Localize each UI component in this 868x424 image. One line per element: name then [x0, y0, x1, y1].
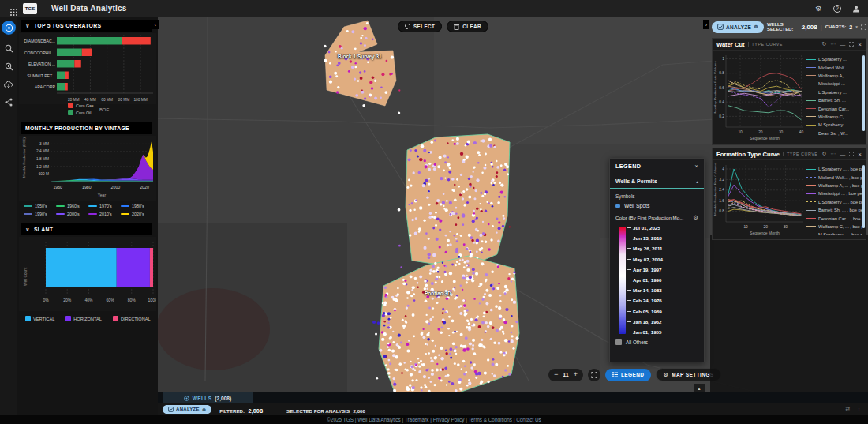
water-cut-header: Water Cut TYPE CURVE ↻ ⋯ — × — [713, 39, 866, 51]
legend-item: 1950's — [24, 204, 56, 208]
selected-for-analysis-label: SELECTED FOR ANALYSIS — [286, 408, 350, 414]
map-zoom-control: − 11 + — [548, 369, 583, 381]
zoom-search-icon[interactable] — [5, 62, 13, 71]
fullscreen-button[interactable] — [588, 369, 600, 381]
svg-text:Monthly Production Rate / Volu: Monthly Production Rate / Volume — [713, 163, 717, 216]
legend-item: 1990's — [24, 212, 56, 216]
svg-text:1.6: 1.6 — [719, 199, 724, 203]
svg-text:100 MM: 100 MM — [133, 98, 147, 102]
search-icon[interactable] — [5, 44, 13, 53]
expand-icon[interactable] — [849, 152, 854, 156]
collapse-panel-icon[interactable]: ⇄ — [845, 406, 850, 412]
profile-icon[interactable] — [852, 5, 860, 13]
slant-legend: VERTICALHORIZONTALDIRECTIONAL — [25, 316, 151, 321]
bottom-tabs-strip: WELLS (2,008) — [158, 392, 868, 403]
gear-icon[interactable]: ⚙ — [693, 214, 698, 221]
charts-dropdown-caret[interactable]: ▾ — [855, 24, 858, 29]
svg-text:SUMMIT PET...: SUMMIT PET... — [27, 73, 55, 78]
color-scale-date: May 07, 2004 — [627, 257, 663, 262]
cloud-download-icon[interactable] — [4, 81, 13, 88]
wells-permits-section[interactable]: Wells & Permits ▴ — [610, 174, 704, 189]
operators-section-header[interactable]: ∨ TOP 5 TGS OPERATORS — [21, 20, 152, 32]
expand-icon[interactable] — [849, 42, 854, 47]
refresh-icon[interactable]: ↻ — [821, 41, 826, 47]
svg-text:0.2: 0.2 — [719, 114, 724, 118]
legend-list-icon — [612, 372, 618, 377]
color-scale-date: Jul 01, 2025 — [627, 225, 660, 231]
left-icon-rail — [0, 17, 17, 415]
filtered-value: 2,008 — [249, 407, 264, 415]
footer-text: ©2025 TGS | Well Data Analytics | Tradem… — [327, 417, 541, 422]
color-scale-date: Mar 14, 1983 — [627, 287, 662, 293]
map-select-button[interactable]: SELECT — [398, 21, 442, 32]
minimize-icon[interactable]: — — [840, 152, 845, 157]
water-cut-card: Water Cut TYPE CURVE ↻ ⋯ — × 0.20.40.60.… — [712, 38, 866, 145]
settings-gear-icon[interactable]: ⚙ — [815, 5, 822, 13]
more-icon[interactable]: ⋯ — [830, 41, 836, 47]
vintage-section-header[interactable]: MONTHLY PRODUCTION BY VINTAGE — [21, 122, 152, 134]
slant-section-header[interactable]: ∨ SLANT — [21, 223, 152, 235]
share-icon[interactable] — [5, 98, 13, 107]
map-panel-collapse-button[interactable]: ▴ — [694, 384, 705, 392]
legend-scrollbar[interactable] — [862, 165, 865, 228]
svg-text:0.8: 0.8 — [719, 209, 724, 213]
water-cut-legend: L Spraberry ...Midland Wolf...Wolfcamp A… — [806, 51, 866, 140]
svg-text:10: 10 — [738, 130, 743, 134]
color-scale-date: Jun 13, 2018 — [627, 235, 662, 241]
svg-text:DIAMONDBAC...: DIAMONDBAC... — [24, 39, 56, 43]
close-icon[interactable]: × — [858, 41, 862, 48]
zoom-out-button[interactable]: − — [554, 371, 558, 378]
formation-header: Formation Type Curve TYPE CURVE ↻ ⋯ — × — [713, 148, 866, 160]
fullscreen-icon — [591, 372, 597, 378]
formation-chart: 0.81.62.43.24102030Sequence MonthMonthly… — [713, 160, 806, 239]
legend-item: L Spraberry ... , boe per ft — [806, 165, 866, 173]
right-panel-collapse-arrow[interactable]: › — [703, 20, 709, 29]
more-icon[interactable]: ⋯ — [830, 151, 836, 157]
color-gradient-bar — [619, 227, 626, 334]
expand-icon[interactable] — [861, 24, 866, 30]
analysis-toolbar: ANALYZE ⊕ WELLS SELECTED: 2,008 | CHARTS… — [712, 20, 866, 34]
minimize-icon[interactable]: — — [840, 42, 845, 47]
svg-text:30: 30 — [779, 130, 784, 134]
svg-text:0.6: 0.6 — [719, 86, 724, 90]
legend-item: Devonian Car... — [806, 104, 866, 112]
analyze-button[interactable]: ANALYZE ⊕ — [712, 21, 764, 33]
legend-scrollbar[interactable] — [862, 55, 865, 131]
tgs-logo: TGS — [23, 3, 37, 14]
legend-item: Wolfcamp C, ... , boe per ft — [806, 223, 866, 231]
apps-grid-icon[interactable] — [6, 5, 13, 12]
legend-item: VERTICAL — [25, 316, 54, 321]
type-curve-tag: TYPE CURVE — [748, 42, 783, 47]
close-icon[interactable]: × — [694, 163, 698, 170]
charts-label: CHARTS: — [825, 24, 847, 29]
color-scale-date: Jan 01, 1955 — [627, 329, 661, 335]
legend-item: Mississippi ... — [806, 80, 866, 88]
top-header: TGS Well Data Analytics ⚙ ? — [0, 0, 868, 17]
zoom-in-button[interactable]: + — [574, 371, 578, 378]
svg-text:1960: 1960 — [53, 185, 62, 189]
color-scale-date: Jan 18, 1962 — [627, 319, 661, 325]
svg-text:4: 4 — [722, 167, 724, 171]
svg-text:1.8 MM: 1.8 MM — [36, 157, 49, 161]
legend-item: 2010's — [88, 212, 121, 216]
map-survey-label: Pontiac 3D — [425, 291, 451, 296]
svg-text:CONOCOPHIL...: CONOCOPHIL... — [24, 51, 55, 55]
close-icon[interactable]: × — [858, 151, 862, 158]
map-legend-button[interactable]: LEGEND — [605, 369, 652, 381]
more-vertical-icon[interactable]: ⋮ — [856, 406, 862, 412]
svg-text:0.8: 0.8 — [719, 71, 724, 75]
help-icon[interactable]: ? — [833, 5, 841, 13]
footer: ©2025 TGS | Well Data Analytics | Tradem… — [0, 415, 868, 424]
refresh-icon[interactable]: ↻ — [821, 151, 826, 157]
left-panel-collapse-arrow[interactable]: ‹ — [152, 20, 159, 29]
water-cut-chart: 0.20.40.60.8110203040Sequence MonthMonth… — [713, 51, 806, 144]
map-clear-button[interactable]: CLEAR — [447, 21, 488, 32]
wells-dashboard-icon[interactable] — [2, 21, 16, 35]
app-title: Well Data Analytics — [51, 4, 127, 13]
svg-text:3 MM: 3 MM — [39, 142, 49, 146]
legend-item: All Others — [806, 137, 866, 140]
bottom-action-bar: ANALYZE ⊕ FILTERED: 2,008 SELECTED FOR A… — [158, 403, 868, 415]
map-survey-label: Block 1 Survey 31 — [338, 54, 382, 59]
chevron-down-icon: ∨ — [25, 227, 30, 233]
analyze-button[interactable]: ANALYZE ⊕ — [163, 405, 211, 414]
